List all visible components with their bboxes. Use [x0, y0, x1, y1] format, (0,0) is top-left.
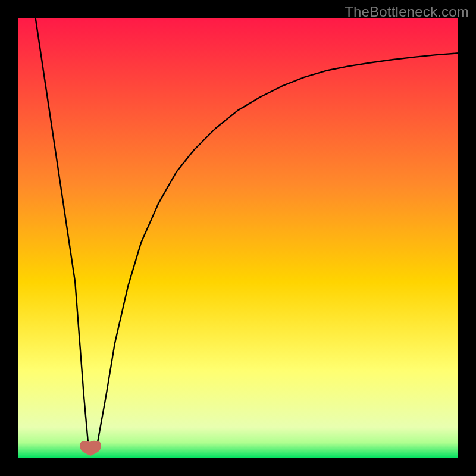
chart-svg [18, 18, 458, 458]
watermark-text: TheBottleneck.com [345, 4, 469, 20]
svg-point-2 [88, 441, 100, 450]
chart-frame: TheBottleneck.com [0, 0, 476, 476]
chart-plot-area [18, 18, 458, 458]
